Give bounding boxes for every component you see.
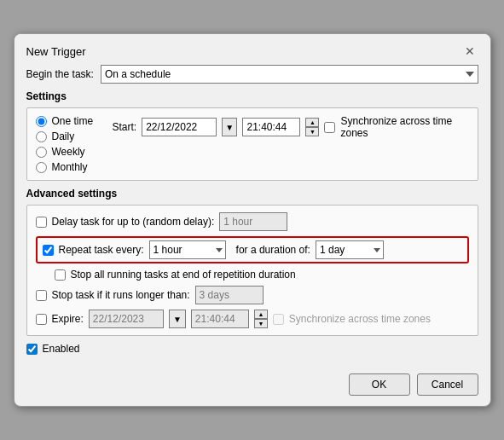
time-spin-group: ▲ ▼ <box>305 118 319 136</box>
expire-time-spin-group: ▲ ▼ <box>254 310 268 328</box>
expire-time-spin-down[interactable]: ▼ <box>254 319 268 328</box>
time-spin-up[interactable]: ▲ <box>305 118 319 127</box>
advanced-section-label: Advanced settings <box>26 188 478 200</box>
new-trigger-dialog: New Trigger ✕ Begin the task: On a sched… <box>14 33 491 407</box>
close-button[interactable]: ✕ <box>461 43 478 60</box>
enabled-row: Enabled <box>26 343 478 355</box>
radio-daily-label[interactable]: Daily <box>52 130 75 142</box>
sync-timezone-label[interactable]: Synchronize across time zones <box>340 115 468 139</box>
expire-date-input[interactable] <box>89 310 164 328</box>
start-row: Start: ▼ ▲ ▼ Synchronize across time zon… <box>113 115 469 139</box>
stop-longer-row: Stop task if it runs longer than: 3 days… <box>36 286 469 304</box>
stop-longer-label[interactable]: Stop task if it runs longer than: <box>52 289 190 301</box>
repeat-task-label[interactable]: Repeat task every: <box>59 244 144 256</box>
dialog-title: New Trigger <box>26 45 86 58</box>
begin-task-row: Begin the task: On a schedule At log on … <box>26 65 478 84</box>
radio-one-time-row: One time <box>36 115 104 127</box>
expire-checkbox[interactable] <box>36 314 47 325</box>
radio-one-time[interactable] <box>36 116 47 127</box>
radio-monthly-label[interactable]: Monthly <box>52 161 88 173</box>
expire-sync-checkbox[interactable] <box>273 314 284 325</box>
expire-sync-label[interactable]: Synchronize across time zones <box>289 313 431 325</box>
delay-task-dropdown[interactable]: 1 hour <box>219 212 287 231</box>
radio-daily[interactable] <box>36 131 47 142</box>
radio-one-time-label[interactable]: One time <box>52 115 94 127</box>
enabled-label[interactable]: Enabled <box>43 343 80 355</box>
radio-monthly-row: Monthly <box>36 161 104 173</box>
expire-row: Expire: ▼ ▲ ▼ Synchronize across time zo… <box>36 310 469 328</box>
repeat-task-checkbox[interactable] <box>43 245 54 256</box>
settings-section-label: Settings <box>26 90 478 102</box>
repeat-every-dropdown[interactable]: 1 hour 30 minutes 1 day <box>149 240 226 259</box>
delay-task-label[interactable]: Delay task for up to (random delay): <box>52 216 215 228</box>
duration-dropdown[interactable]: 1 day Indefinitely 1 hour <box>316 240 384 259</box>
stop-all-row: Stop all running tasks at end of repetit… <box>55 269 469 281</box>
title-bar: New Trigger ✕ <box>14 34 490 65</box>
enabled-checkbox[interactable] <box>26 344 38 355</box>
expire-time-spin-up[interactable]: ▲ <box>254 310 268 319</box>
expire-label[interactable]: Expire: <box>52 313 84 325</box>
expire-date-picker-button[interactable]: ▼ <box>169 310 186 328</box>
start-time-input[interactable] <box>242 118 300 136</box>
dialog-footer: OK Cancel <box>14 367 490 406</box>
ok-button[interactable]: OK <box>349 373 410 396</box>
sync-timezone-checkbox[interactable] <box>324 122 335 133</box>
stop-all-label[interactable]: Stop all running tasks at end of repetit… <box>71 269 296 281</box>
begin-task-label: Begin the task: <box>26 68 94 80</box>
radio-daily-row: Daily <box>36 130 104 142</box>
expire-time-input[interactable] <box>191 310 249 328</box>
dialog-body: Begin the task: On a schedule At log on … <box>14 65 490 367</box>
cancel-button[interactable]: Cancel <box>417 373 478 396</box>
begin-task-dropdown[interactable]: On a schedule At log on At startup <box>101 65 478 84</box>
repeat-task-row: Repeat task every: 1 hour 30 minutes 1 d… <box>36 236 469 263</box>
delay-task-row: Delay task for up to (random delay): 1 h… <box>36 212 469 231</box>
delay-task-checkbox[interactable] <box>36 217 47 228</box>
time-spin-down[interactable]: ▼ <box>305 127 319 136</box>
settings-box: One time Daily Weekly Monthly <box>26 107 478 181</box>
start-label: Start: <box>113 121 137 133</box>
duration-label: for a duration of: <box>236 244 310 256</box>
settings-right: Start: ▼ ▲ ▼ Synchronize across time zon… <box>113 115 469 173</box>
radio-weekly-label[interactable]: Weekly <box>52 146 85 158</box>
schedule-radio-group: One time Daily Weekly Monthly <box>36 115 104 173</box>
radio-weekly-row: Weekly <box>36 146 104 158</box>
radio-monthly[interactable] <box>36 162 47 173</box>
stop-longer-dropdown[interactable]: 3 days 1 day 1 hour <box>195 286 264 304</box>
stop-all-checkbox[interactable] <box>55 269 66 281</box>
advanced-box: Delay task for up to (random delay): 1 h… <box>26 205 478 336</box>
start-date-input[interactable] <box>142 118 217 136</box>
start-date-picker-button[interactable]: ▼ <box>222 118 237 136</box>
settings-inner: One time Daily Weekly Monthly <box>36 115 469 173</box>
radio-weekly[interactable] <box>36 147 47 158</box>
stop-longer-checkbox[interactable] <box>36 290 47 301</box>
